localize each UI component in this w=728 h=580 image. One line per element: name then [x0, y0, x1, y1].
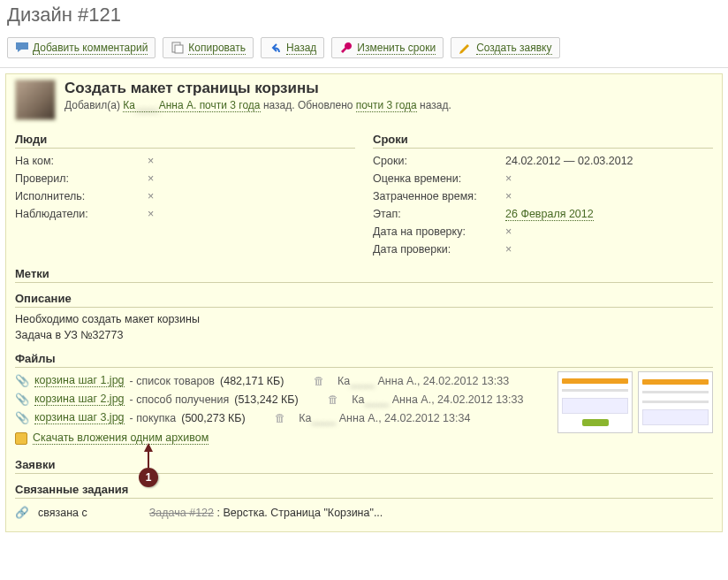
- author-visible: Анна А.: [159, 99, 197, 111]
- delete-file-icon[interactable]: 🗑: [314, 375, 325, 387]
- value-range: 24.02.2012 — 02.03.2012: [505, 155, 713, 167]
- task-meta: Добавил(а) Ка____Анна А. почти 3 года на…: [64, 99, 451, 111]
- added-prefix: Добавил(а): [64, 99, 120, 111]
- create-request-button[interactable]: Создать заявку: [451, 37, 559, 58]
- value-check-date: ×: [505, 243, 713, 256]
- description-line-2: Задача в УЗ №32773: [15, 327, 713, 343]
- row-range: Сроки: 24.02.2012 — 02.03.2012: [373, 152, 713, 170]
- dates-section-title: Сроки: [373, 129, 713, 149]
- ago-suffix: назад.: [263, 99, 295, 111]
- row-review-date: Дата на проверку: ×: [373, 223, 713, 240]
- file-meta: Ка____ Анна А., 24.02.2012 13:34: [299, 412, 470, 424]
- created-ago-link[interactable]: почти 3 года: [200, 99, 261, 112]
- file-desc: - список товаров: [130, 375, 215, 387]
- back-button[interactable]: Назад: [261, 37, 324, 58]
- file-link[interactable]: корзина шаг 3.jpg: [34, 411, 125, 424]
- label-stage: Этап:: [373, 208, 505, 220]
- label-executor: Исполнитель:: [15, 190, 148, 202]
- file-meta: Ка____ Анна А., 24.02.2012 13:33: [337, 375, 509, 387]
- value-executor: ×: [148, 190, 355, 202]
- people-section-title: Люди: [15, 129, 355, 149]
- toolbar: Добавить комментарий Копировать Назад Из…: [0, 34, 728, 68]
- paperclip-icon: 📎: [15, 374, 29, 387]
- copy-button[interactable]: Копировать: [163, 37, 254, 58]
- add-comment-button[interactable]: Добавить комментарий: [7, 37, 155, 58]
- file-link[interactable]: корзина шаг 2.jpg: [34, 393, 125, 406]
- value-review-date: ×: [505, 225, 713, 238]
- related-section-title: Связанные задания: [15, 479, 713, 499]
- value-on-whom: ×: [148, 155, 355, 167]
- file-desc: - способ получения: [130, 393, 230, 406]
- comment-icon: [15, 41, 29, 55]
- archive-icon: [15, 432, 27, 445]
- stage-link[interactable]: 26 Февраля 2012: [505, 208, 594, 221]
- svg-rect-1: [175, 45, 183, 53]
- related-row: 🔗 связана с Задача #122 : Верстка. Стран…: [15, 502, 713, 523]
- description-line-1: Необходимо создать макет корзины: [15, 311, 713, 327]
- delete-file-icon[interactable]: 🗑: [275, 412, 286, 424]
- description-section-title: Описание: [15, 288, 713, 308]
- label-checked: Проверил:: [15, 172, 148, 185]
- file-row: 📎 корзина шаг 3.jpg - покупка (500,273 К…: [15, 408, 549, 427]
- label-check-date: Дата проверки:: [373, 243, 505, 256]
- delete-file-icon[interactable]: 🗑: [328, 393, 339, 406]
- page-title: Дизайн #121: [0, 0, 728, 34]
- related-desc: : Верстка. Страница "Корзина"...: [216, 507, 383, 519]
- file-desc: - покупка: [130, 412, 177, 424]
- create-request-label: Создать заявку: [476, 42, 551, 55]
- file-meta: Ка____ Анна А., 24.02.2012 13:33: [352, 393, 523, 406]
- row-spent: Затраченное время: ×: [373, 187, 713, 205]
- paperclip-icon: 📎: [15, 393, 29, 406]
- label-watchers: Наблюдатели:: [15, 208, 148, 220]
- label-range: Сроки:: [373, 155, 505, 167]
- label-spent: Затраченное время:: [373, 190, 505, 202]
- download-all-link[interactable]: Скачать вложения одним архивом: [33, 431, 209, 445]
- paperclip-icon: 📎: [15, 411, 29, 424]
- related-label: связана с: [38, 507, 87, 519]
- copy-label: Копировать: [188, 42, 246, 55]
- label-review-date: Дата на проверку:: [373, 225, 505, 238]
- updated-prefix: Обновлено: [298, 99, 353, 111]
- row-on-whom: На ком: ×: [15, 152, 355, 170]
- back-label: Назад: [286, 42, 316, 55]
- file-size: (500,273 КБ): [181, 412, 269, 424]
- row-executor: Исполнитель: ×: [15, 187, 355, 205]
- updated-suffix: назад.: [420, 99, 451, 111]
- value-estimate: ×: [505, 172, 713, 185]
- files-list: 📎 корзина шаг 1.jpg - список товаров (48…: [15, 371, 549, 449]
- file-link[interactable]: корзина шаг 1.jpg: [34, 374, 125, 387]
- updated-ago-link[interactable]: почти 3 года: [356, 99, 417, 112]
- pencil-icon: [459, 41, 473, 55]
- file-size: (482,171 КБ): [220, 375, 308, 387]
- thumbnail[interactable]: [557, 371, 633, 433]
- label-estimate: Оценка времени:: [373, 172, 505, 185]
- copy-icon: [171, 41, 185, 55]
- author-link[interactable]: Ка____Анна А.: [123, 99, 199, 112]
- labels-section-title: Метки: [15, 263, 713, 283]
- requests-section-title: Заявки: [15, 454, 713, 474]
- back-arrow-icon: [269, 41, 283, 55]
- thumbnail[interactable]: [638, 371, 713, 433]
- value-watchers: ×: [148, 208, 355, 220]
- change-dates-label: Изменить сроки: [357, 42, 436, 55]
- row-stage: Этап: 26 Февраля 2012: [373, 205, 713, 223]
- wrench-icon: [339, 41, 353, 55]
- add-comment-label: Добавить комментарий: [33, 42, 148, 55]
- label-on-whom: На ком:: [15, 155, 148, 167]
- row-estimate: Оценка времени: ×: [373, 170, 713, 187]
- row-watchers: Наблюдатели: ×: [15, 205, 355, 223]
- change-dates-button[interactable]: Изменить сроки: [331, 37, 444, 58]
- task-card: Создать макет страницы корзины Добавил(а…: [5, 73, 723, 532]
- related-task-link[interactable]: Задача #122: [149, 507, 214, 519]
- task-title: Создать макет страницы корзины: [64, 80, 451, 97]
- row-check-date: Дата проверки: ×: [373, 240, 713, 258]
- link-icon: 🔗: [15, 506, 29, 519]
- file-row: 📎 корзина шаг 2.jpg - способ получения (…: [15, 390, 549, 408]
- value-spent: ×: [505, 190, 713, 202]
- file-thumbnails: [557, 371, 713, 433]
- file-size: (513,242 КБ): [234, 393, 322, 406]
- value-checked: ×: [148, 172, 355, 185]
- file-row: 📎 корзина шаг 1.jpg - список товаров (48…: [15, 371, 549, 390]
- files-section-title: Файлы: [15, 348, 713, 368]
- row-checked: Проверил: ×: [15, 170, 355, 187]
